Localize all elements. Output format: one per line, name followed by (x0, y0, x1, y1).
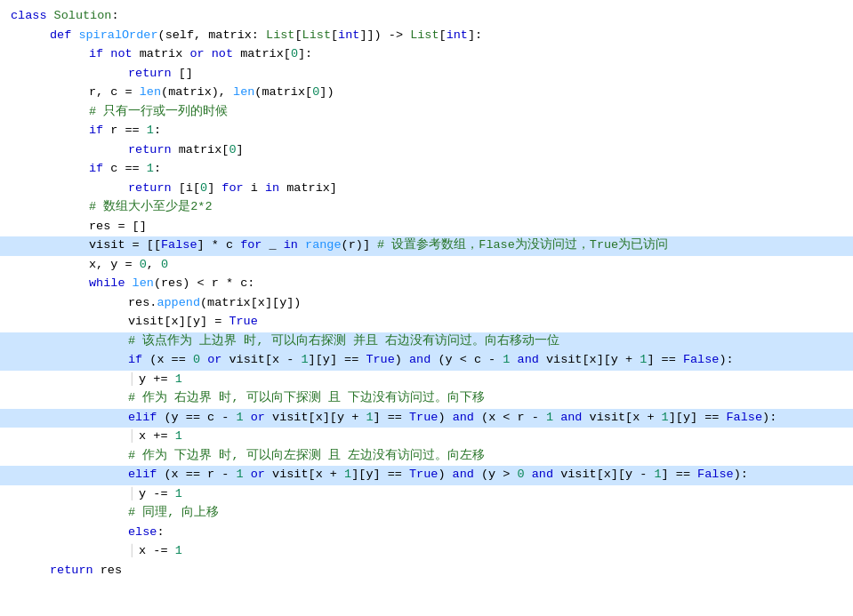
code-line-15: while len(res) < r * c: (0, 275, 853, 294)
code-line-4: return [] (0, 65, 853, 84)
code-line-26: │ y -= 1 (0, 485, 853, 505)
paren-open: ( (158, 27, 165, 45)
colon-1: : (111, 7, 118, 26)
code-line-21: # 作为 右边界 时, 可以向下探测 且 下边没有访问过。向下移 (0, 389, 853, 409)
code-line-11: # 数组大小至少是2*2 (0, 198, 853, 218)
func-name: spiralOrder (78, 27, 157, 45)
code-line-22: elif (y == c - 1 or visit[x][y + 1] == T… (0, 409, 853, 428)
code-line-9: if c == 1: (0, 160, 853, 180)
code-line-29: │ x -= 1 (0, 542, 853, 562)
code-line-5: r, c = len(matrix), len(matrix[0]) (0, 84, 853, 103)
type-list3: List (410, 27, 439, 45)
code-line-1: class Solution: (0, 7, 853, 27)
code-line-6: # 只有一行或一列的时候 (0, 103, 853, 123)
type-list2: List (302, 27, 331, 45)
code-line-20: │ y += 1 (0, 371, 853, 390)
code-line-23: │ x += 1 (0, 428, 853, 447)
code-line-19: if (x == 0 or visit[x - 1][y] == True) a… (0, 351, 853, 371)
code-line-12: res = [] (0, 218, 853, 237)
keyword-class: class (11, 7, 54, 26)
code-line-18: # 该点作为 上边界 时, 可以向右探测 并且 右边没有访问过。向右移动一位 (0, 332, 853, 352)
code-line-25: elif (x == r - 1 or visit[x + 1][y] == T… (0, 466, 853, 485)
type-int2: int (447, 27, 468, 45)
code-line-30: return res (0, 562, 853, 581)
code-line-24: # 作为 下边界 时, 可以向左探测 且 左边没有访问过。向左移 (0, 447, 853, 467)
class-name: Solution (54, 7, 112, 26)
keyword-def: def (50, 27, 78, 45)
type-int1: int (338, 27, 359, 45)
code-line-7: if r == 1: (0, 122, 853, 141)
code-editor: class Solution: def spiralOrder(self, ma… (0, 0, 853, 616)
code-line-10: return [i[0] for i in matrix] (0, 180, 853, 199)
code-line-16: res.append(matrix[x][y]) (0, 294, 853, 314)
kw-if-1: if not (89, 45, 140, 64)
code-line-13: visit = [[False] * c for _ in range(r)] … (0, 236, 853, 256)
kw-or: or not (189, 45, 240, 64)
code-line-28: else: (0, 524, 853, 543)
code-line-3: if not matrix or not matrix[0]: (0, 45, 853, 65)
code-line-14: x, y = 0, 0 (0, 256, 853, 276)
type-list1: List (266, 27, 294, 45)
code-line-2: def spiralOrder(self, matrix: List[List[… (0, 27, 853, 46)
param-self: self, matrix: (165, 27, 266, 45)
code-line-27: # 同理, 向上移 (0, 504, 853, 524)
code-line-8: return matrix[0] (0, 141, 853, 161)
code-line-17: visit[x][y] = True (0, 313, 853, 332)
